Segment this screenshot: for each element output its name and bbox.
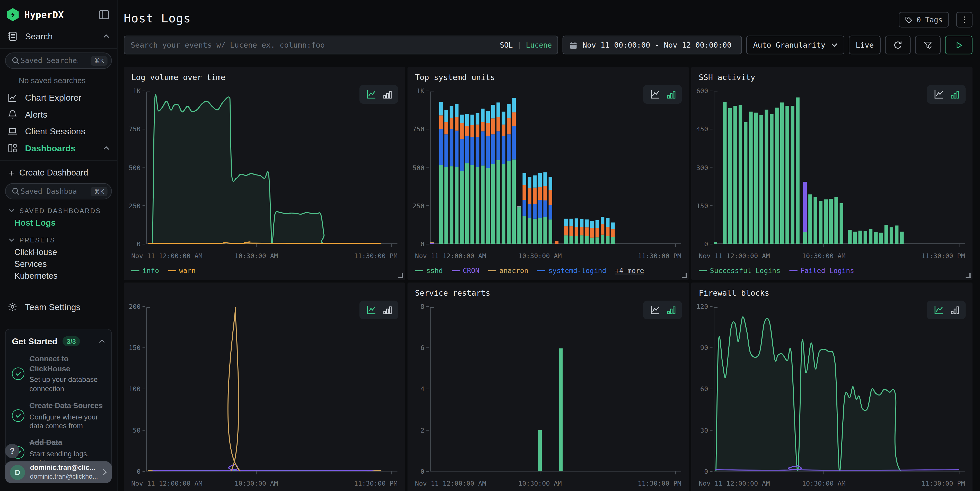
y-tick-label: 0 [704,240,712,248]
sidebar-collapse-icon[interactable] [99,10,110,19]
line-chart-icon[interactable] [649,89,660,100]
line-chart-icon[interactable] [365,89,377,100]
resize-handle-icon[interactable] [398,273,403,278]
bar-chart-icon[interactable] [382,305,392,315]
chart-plot[interactable] [146,91,397,248]
saved-searches-field[interactable] [19,56,79,66]
sidebar-item-client-sessions[interactable]: Client Sessions [0,122,117,140]
sidebar-item-label: Alerts [25,109,47,119]
main-content: Host Logs 0 Tags ⋮ SQL | Lucene Nov [118,0,980,491]
saved-searches-input[interactable]: ⌘K [5,52,112,69]
y-tick-label: 250 [412,202,429,209]
legend-item[interactable]: warn [168,267,196,275]
legend-item[interactable]: +4 more [615,267,644,275]
resize-handle-icon[interactable] [682,273,687,278]
saved-dashboards-input[interactable]: ⌘K [5,183,112,199]
sidebar-link-services[interactable]: Services [0,258,117,270]
lucene-toggle[interactable]: Lucene [526,41,552,49]
get-started-badge: 3/3 [62,336,80,346]
legend-item[interactable]: sshd [415,267,443,275]
legend-item[interactable]: CRON [452,267,479,275]
legend-item[interactable]: Failed Logins [789,267,854,275]
chart-plot[interactable] [430,91,681,248]
section-presets[interactable]: PRESETS [0,234,117,246]
granularity-select[interactable]: Auto Granularity [746,35,845,54]
kbd-shortcut: ⌘K [91,56,108,65]
line-chart-icon[interactable] [649,304,660,316]
chart-plot[interactable] [430,306,681,475]
panel-menu-button[interactable]: ⋮ [956,12,972,27]
create-dashboard-button[interactable]: + Create Dashboard [0,164,117,181]
gear-icon [8,302,19,311]
bar-chart-icon[interactable] [950,89,960,99]
date-range-picker[interactable]: Nov 11 00:00:00 - Nov 12 00:00:00 [563,35,742,54]
y-tick-label: 1K [417,87,429,94]
legend-item[interactable]: systemd-logind [537,267,606,275]
line-chart-icon[interactable] [933,89,944,100]
x-tick-label: 11:30:00 PM [638,480,681,487]
sidebar-link-host-logs[interactable]: Host Logs [0,217,117,229]
legend-item[interactable]: anacron [488,267,528,275]
line-chart-icon[interactable] [365,304,377,316]
bar-chart-icon[interactable] [950,305,960,315]
bar-chart-icon[interactable] [666,305,676,315]
sql-toggle[interactable]: SQL [500,41,513,49]
x-tick-label: 10:30:00 AM [802,480,845,487]
sidebar-link-kubernetes[interactable]: Kubernetes [0,270,117,282]
sidebar-item-chart-explorer[interactable]: Chart Explorer [0,89,117,106]
event-search-input[interactable] [124,35,558,54]
x-tick-label: Nov 11 12:00:00 AM [699,480,770,487]
saved-dashboards-field[interactable] [19,186,79,196]
sidebar-item-alerts[interactable]: Alerts [0,105,117,122]
get-started-item-connect[interactable]: Connect to ClickHouse Set up your databa… [12,354,105,393]
user-menu[interactable]: D dominic.tran@clic... dominic.tran@clic… [5,461,112,483]
sidebar-item-search[interactable]: Search [0,27,117,44]
y-tick-label: 0 [704,467,712,475]
bar-chart-icon[interactable] [666,89,676,99]
chart-plot[interactable] [146,306,397,475]
y-tick-label: 150 [129,344,145,351]
sidebar: HyperDX Search ⌘K No saved searches [0,0,118,491]
bar-chart-icon[interactable] [382,89,392,99]
help-button[interactable]: ? [5,444,19,458]
y-tick-label: 120 [697,302,713,310]
tags-label: 0 Tags [916,15,942,24]
tags-button[interactable]: 0 Tags [899,12,948,27]
live-button[interactable]: Live [849,35,881,54]
get-started-item-title: Connect to ClickHouse [29,354,105,374]
x-axis-labels: Nov 11 12:00:00 AM10:30:00 AM11:30:00 PM [699,480,965,489]
user-email: dominic.tran@clickho... [30,472,98,481]
y-axis-labels: 86420 [407,306,429,471]
y-axis-labels: 1K7505002500 [407,91,429,244]
avatar: D [10,465,25,480]
chart-plot[interactable] [714,306,965,475]
refresh-button[interactable] [885,35,911,54]
y-tick-label: 750 [129,125,145,132]
legend-item[interactable]: info [131,267,159,275]
y-tick-label: 100 [129,385,145,392]
run-query-button[interactable] [945,35,972,54]
x-tick-label: 10:30:00 AM [234,252,278,259]
legend-item[interactable]: Successful Logins [699,267,780,275]
resize-handle-icon[interactable] [966,273,970,278]
sidebar-item-team-settings[interactable]: Team Settings [0,298,117,315]
chart-plot[interactable] [714,91,965,248]
chart-type-toggle [359,300,398,319]
sidebar-item-dashboards[interactable]: Dashboards [0,140,117,156]
graph-up-icon [8,92,19,102]
chart-type-toggle [359,85,398,104]
y-tick-label: 6 [420,344,429,351]
filter-button[interactable] [915,35,940,54]
get-started-header[interactable]: Get Started 3/3 [12,336,105,346]
y-tick-label: 4 [420,385,429,392]
x-tick-label: 10:30:00 AM [518,252,562,259]
search-icon [12,57,19,64]
section-label: SAVED DASHBOARDS [19,207,101,215]
panel-systemd-units: Top systemd units 1K7505002500 Nov 11 12… [407,67,689,280]
sidebar-link-clickhouse[interactable]: ClickHouse [0,246,117,258]
section-saved-dashboards[interactable]: SAVED DASHBOARDS [0,204,117,217]
section-label: PRESETS [19,236,55,244]
get-started-item-sources[interactable]: Create Data Sources Configure where your… [12,401,105,430]
line-chart-icon[interactable] [933,304,944,316]
chart-legend: Successful LoginsFailed Logins [699,265,854,276]
